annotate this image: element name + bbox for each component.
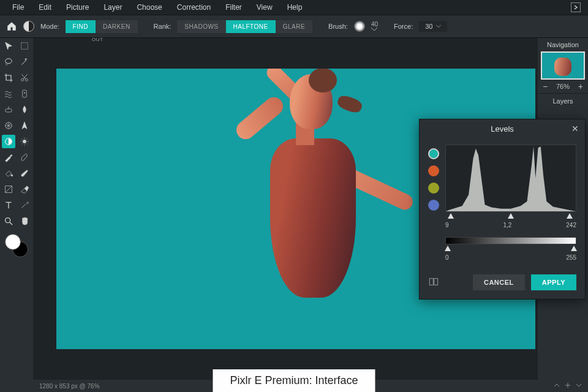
output-black-value: 0 xyxy=(445,254,449,261)
force-label: Force: xyxy=(394,23,413,30)
move-tool[interactable] xyxy=(2,39,15,53)
menu-view[interactable]: View xyxy=(249,1,280,14)
crop-tool[interactable] xyxy=(2,71,15,85)
menu-help[interactable]: Help xyxy=(280,1,310,14)
mode-find-chip[interactable]: FIND xyxy=(66,20,96,33)
svg-rect-0 xyxy=(21,43,28,50)
close-icon[interactable]: ✕ xyxy=(571,124,579,134)
rank-halftone-chip[interactable]: HALFTONE xyxy=(226,20,276,33)
dodge-burn-tool-icon[interactable] xyxy=(23,21,34,32)
lasso-tool[interactable] xyxy=(2,55,15,69)
status-dimensions: 1280 x 853 px @ 76% xyxy=(39,383,100,390)
output-white-handle[interactable] xyxy=(571,246,577,251)
input-slider[interactable] xyxy=(445,213,576,221)
layer-up-icon[interactable] xyxy=(554,382,560,390)
menu-correction[interactable]: Correction xyxy=(170,1,218,14)
menu-layer[interactable]: Layer xyxy=(96,1,129,14)
apply-button[interactable]: APPLY xyxy=(531,274,576,290)
eyedropper-tool[interactable] xyxy=(2,151,15,164)
navigation-panel-title: Navigation xyxy=(538,38,588,51)
menu-edit[interactable]: Edit xyxy=(31,1,59,14)
levels-dialog-header: Levels ✕ xyxy=(420,119,585,138)
levels-title: Levels xyxy=(491,124,514,134)
sharpen-tool[interactable] xyxy=(18,119,31,132)
rank-glare-chip[interactable]: GLARE xyxy=(276,20,312,33)
marquee-tool[interactable] xyxy=(18,39,31,53)
svg-point-8 xyxy=(11,175,13,176)
compare-icon[interactable] xyxy=(428,276,439,288)
mode-group: FIND DARKEN xyxy=(66,20,138,33)
levels-dialog: Levels ✕ xyxy=(419,119,586,300)
input-mid-handle[interactable] xyxy=(508,213,514,219)
output-white-value: 255 xyxy=(566,254,576,261)
zoom-in-button[interactable]: + xyxy=(578,81,583,91)
input-white-value: 242 xyxy=(566,222,576,228)
sponge-tool[interactable] xyxy=(2,119,15,132)
svg-rect-11 xyxy=(429,279,433,285)
channel-red[interactable] xyxy=(428,165,439,176)
zoom-out-label: OUT xyxy=(92,38,103,42)
menu-filter[interactable]: Filter xyxy=(218,1,249,14)
rank-shadows-chip[interactable]: SHADOWS xyxy=(177,20,225,33)
cancel-button[interactable]: CANCEL xyxy=(473,274,525,290)
menu-bar: File Edit Picture Layer Choose Correctio… xyxy=(0,0,588,15)
gradient-tool[interactable] xyxy=(2,183,15,196)
add-layer-icon[interactable] xyxy=(565,382,571,390)
layers-panel-title: Layers xyxy=(538,93,588,108)
tool-panel xyxy=(0,38,33,380)
liquify-tool[interactable] xyxy=(2,87,15,100)
brush-tool[interactable] xyxy=(18,167,31,180)
channel-green[interactable] xyxy=(428,183,439,194)
output-black-handle[interactable] xyxy=(445,246,451,251)
option-bar: Mode: FIND DARKEN Rank: SHADOWS HALFTONE… xyxy=(0,15,588,38)
hand-tool[interactable] xyxy=(18,214,31,228)
canvas-image xyxy=(216,69,375,349)
caption-overlay: Pixlr E Premium: Interface xyxy=(213,369,375,392)
input-black-value: 9 xyxy=(445,222,449,228)
svg-point-7 xyxy=(23,140,26,143)
input-mid-value: 1,2 xyxy=(503,222,511,228)
foreground-color-swatch[interactable] xyxy=(5,234,21,250)
histogram xyxy=(445,145,576,212)
brush-preview-icon[interactable] xyxy=(354,21,365,32)
rank-group: SHADOWS HALFTONE GLARE xyxy=(177,20,312,33)
output-slider[interactable] xyxy=(445,246,576,253)
layer-down-icon[interactable] xyxy=(576,382,582,390)
fill-tool[interactable] xyxy=(2,167,15,180)
home-icon[interactable] xyxy=(6,21,17,32)
menu-picture[interactable]: Picture xyxy=(59,1,96,14)
brush-label: Brush: xyxy=(328,23,348,30)
dodge-burn-tool[interactable] xyxy=(2,135,15,148)
channel-blue[interactable] xyxy=(428,200,439,211)
input-black-handle[interactable] xyxy=(448,213,454,219)
mode-darken-chip[interactable]: DARKEN xyxy=(96,20,138,33)
text-tool[interactable] xyxy=(2,198,15,212)
heal-tool[interactable] xyxy=(18,87,31,100)
rank-label: Rank: xyxy=(154,23,172,30)
zoom-value: 76% xyxy=(556,83,570,90)
pen-tool[interactable] xyxy=(18,151,31,164)
menu-file[interactable]: File xyxy=(5,1,31,14)
menu-choose[interactable]: Choose xyxy=(129,1,169,14)
clone-tool[interactable] xyxy=(2,103,15,116)
eraser-tool[interactable] xyxy=(18,183,31,196)
blur-tool[interactable] xyxy=(18,103,31,116)
brush-size-control[interactable]: 40 xyxy=(371,21,378,31)
wand-tool[interactable] xyxy=(18,55,31,69)
zoom-controls: − 76% + xyxy=(538,80,588,93)
color-swatches[interactable] xyxy=(5,234,28,257)
channel-luminance[interactable] xyxy=(428,148,439,159)
svg-point-10 xyxy=(6,218,10,223)
navigation-thumbnail[interactable] xyxy=(541,51,585,80)
svg-rect-12 xyxy=(434,279,438,285)
temperature-tool[interactable] xyxy=(18,135,31,148)
channel-swatches xyxy=(428,145,439,261)
color-picker-tool[interactable] xyxy=(18,198,31,212)
zoom-out-button[interactable]: − xyxy=(543,81,548,91)
output-gradient xyxy=(445,237,576,244)
zoom-tool[interactable] xyxy=(2,214,15,228)
force-dropdown[interactable]: 30 xyxy=(419,21,447,32)
cut-tool[interactable] xyxy=(18,71,31,85)
input-white-handle[interactable] xyxy=(567,213,573,219)
collapse-panels-button[interactable] xyxy=(571,2,581,12)
